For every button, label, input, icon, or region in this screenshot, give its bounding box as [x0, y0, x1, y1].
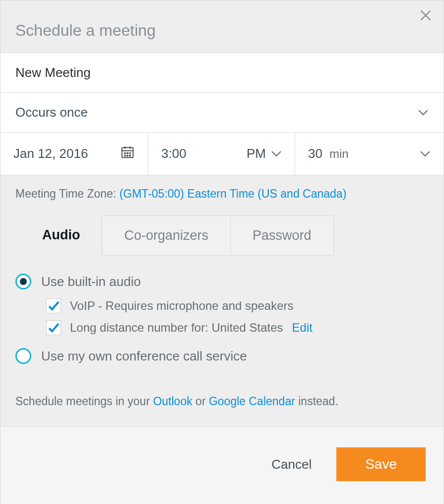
audio-panel: Use built-in audio VoIP - Requires micro… [0, 256, 444, 379]
duration-picker[interactable]: 30 min [295, 133, 444, 175]
close-button[interactable] [419, 8, 433, 24]
checkbox-long-distance[interactable]: Long distance number for: United States … [46, 320, 429, 335]
chevron-down-icon [271, 150, 282, 157]
occurrence-dropdown[interactable]: Occurs once [0, 92, 444, 132]
instead-or: or [192, 395, 209, 408]
chevron-down-icon [420, 150, 431, 157]
ampm-value: PM [247, 146, 266, 161]
own-conference-label: Use my own conference call service [41, 349, 247, 364]
google-calendar-link[interactable]: Google Calendar [209, 395, 295, 408]
calendar-icon [120, 144, 135, 163]
close-icon [419, 15, 433, 24]
save-button[interactable]: Save [336, 447, 426, 481]
meeting-name-value: New Meeting [15, 65, 91, 80]
svg-point-1 [125, 153, 126, 154]
time-picker[interactable]: 3:00 PM [148, 133, 295, 175]
builtin-audio-label: Use built-in audio [41, 274, 141, 289]
tab-password[interactable]: Password [231, 216, 334, 256]
voip-label: VoIP - Requires microphone and speakers [70, 299, 293, 313]
occurrence-value: Occurs once [15, 105, 88, 120]
edit-long-distance-link[interactable]: Edit [292, 321, 313, 335]
tab-coorganizers[interactable]: Co-organizers [102, 216, 231, 256]
duration-unit: min [329, 147, 349, 161]
datetime-row: Jan 12, 2016 3:00 PM 30 min [0, 132, 444, 175]
svg-point-6 [129, 155, 130, 156]
tab-audio[interactable]: Audio [15, 216, 102, 256]
time-value: 3:00 [161, 146, 187, 161]
radio-builtin-audio[interactable]: Use built-in audio [15, 274, 429, 289]
long-distance-label: Long distance number for: United States [70, 321, 283, 335]
radio-icon-selected [15, 274, 31, 289]
radio-own-conference[interactable]: Use my own conference call service [15, 348, 429, 364]
cancel-button[interactable]: Cancel [268, 456, 315, 473]
ld-country: United States [212, 321, 283, 334]
date-value: Jan 12, 2016 [13, 146, 88, 161]
timezone-line: Meeting Time Zone: (GMT-05:00) Eastern T… [0, 175, 444, 216]
radio-icon-unselected [15, 348, 31, 364]
tabs: Audio Co-organizers Password [0, 216, 444, 256]
timezone-link[interactable]: (GMT-05:00) Eastern Time (US and Canada) [120, 187, 347, 200]
svg-point-5 [127, 155, 128, 156]
ld-prefix: Long distance number for: [70, 321, 212, 334]
dialog-footer: Cancel Save [0, 426, 444, 504]
dialog-title: Schedule a meeting [0, 0, 444, 53]
svg-point-2 [127, 153, 128, 154]
outlook-link[interactable]: Outlook [153, 395, 192, 408]
duration-value: 30 [308, 146, 322, 161]
instead-prefix: Schedule meetings in your [15, 395, 153, 408]
svg-point-3 [129, 153, 130, 154]
chevron-down-icon [418, 109, 429, 116]
schedule-instead-line: Schedule meetings in your Outlook or Goo… [0, 379, 444, 426]
checkbox-voip[interactable]: VoIP - Requires microphone and speakers [46, 298, 429, 313]
timezone-label: Meeting Time Zone: [15, 187, 120, 200]
svg-point-4 [125, 155, 126, 156]
builtin-audio-options: VoIP - Requires microphone and speakers … [15, 298, 429, 335]
date-picker[interactable]: Jan 12, 2016 [0, 133, 148, 175]
checkmark-icon [46, 320, 61, 335]
meeting-name-row[interactable]: New Meeting [0, 53, 444, 92]
schedule-meeting-dialog: Schedule a meeting New Meeting Occurs on… [0, 0, 444, 504]
instead-suffix: instead. [295, 395, 338, 408]
checkmark-icon [46, 298, 61, 313]
